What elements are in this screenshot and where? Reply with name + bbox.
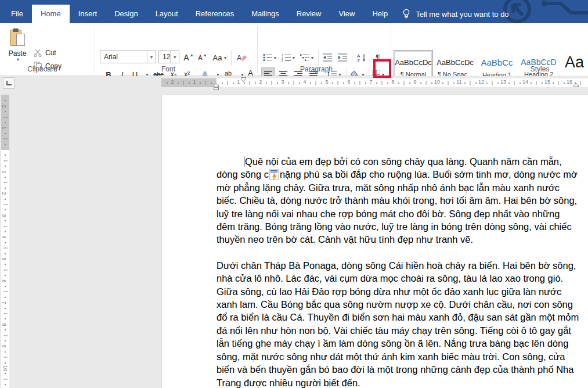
font-name-value: Arial (100, 53, 147, 61)
increase-indent-button[interactable] (336, 51, 349, 64)
font-size-value: 12 (159, 53, 170, 61)
sort-button[interactable]: A Z (354, 51, 369, 64)
horizontal-ruler[interactable]: 2112345678910111213141516 (161, 76, 588, 90)
document-text[interactable]: Quê nội của em đẹp bởi có con sông chảy … (217, 155, 580, 388)
lightning-bolt-icon (272, 173, 277, 179)
title-bar: File Home Insert Design Layout Reference… (0, 0, 588, 23)
font-size-dropdown-arrow[interactable]: ▼ (170, 51, 179, 63)
svg-text:A: A (237, 54, 241, 62)
left-tab-icon (6, 81, 12, 85)
numbering-icon: 123 (282, 53, 291, 62)
lightbulb-icon (402, 9, 410, 19)
tab-stop-selector[interactable] (3, 77, 15, 89)
tab-layout[interactable]: Layout (147, 5, 187, 23)
tab-file[interactable]: File (2, 5, 32, 23)
multilevel-list-button[interactable]: ▼ (298, 51, 316, 64)
style-preview: AaBbCcDc (437, 58, 474, 67)
font-name-combobox[interactable]: Arial ▼ (100, 51, 156, 63)
tab-home[interactable]: Home (32, 5, 70, 23)
tell-me-label: Tell me what you want to do (416, 10, 508, 19)
paste-button[interactable]: Paste ▼ (5, 26, 30, 69)
font-group-label: Font (139, 65, 197, 73)
tab-references[interactable]: References (187, 5, 243, 23)
autocorrect-options-button[interactable] (269, 169, 279, 180)
highlight-glyph: ab (225, 70, 232, 77)
clipboard-group-label: Clipboard (16, 65, 68, 73)
tab-view[interactable]: View (330, 5, 363, 23)
scissors-icon (34, 49, 42, 57)
ribbon-tabs: File Home Insert Design Layout Reference… (2, 0, 515, 23)
cut-label: Cut (45, 49, 56, 57)
shrink-font-glyph: A (198, 54, 202, 61)
paragraph-group-label: Paragraph (287, 65, 345, 73)
paragraph-1-text-b: nặng phù sa bồi đắp cho ruộng lúa. Buổi … (217, 169, 578, 245)
grow-font-button[interactable]: A ▲ (182, 51, 195, 64)
styles-group-label: Styles (511, 65, 569, 73)
style-preview: AaBbCcDc (395, 58, 432, 67)
text-cursor (244, 156, 244, 167)
multilevel-list-icon (300, 53, 309, 62)
font-name-dropdown-arrow[interactable]: ▼ (147, 51, 156, 63)
numbering-button[interactable]: 123 ▼ (280, 51, 297, 64)
tab-design[interactable]: Design (106, 5, 146, 23)
paragraph-2[interactable]: Dưới chân Tháp Bà Ponaga, dòng sông Cái … (217, 259, 580, 388)
style-preview: AaBbCc (481, 58, 513, 67)
tell-me-box[interactable]: Tell me what you want to do (396, 5, 514, 23)
paragraph-2-text: Dưới chân Tháp Bà Ponaga, dòng sông Cái … (217, 260, 579, 388)
document-page[interactable]: Quê nội của em đẹp bởi có con sông chảy … (161, 95, 588, 388)
tab-mailings[interactable]: Mailings (243, 5, 288, 23)
svg-text:3: 3 (282, 59, 283, 62)
tab-insert[interactable]: Insert (70, 5, 106, 23)
tab-review[interactable]: Review (288, 5, 330, 23)
vertical-ruler[interactable]: 2112345678910 (1, 90, 9, 388)
word-window: File Home Insert Design Layout Reference… (0, 0, 588, 388)
change-case-glyph: Aa (213, 53, 222, 62)
bullets-icon (263, 53, 272, 62)
cut-button[interactable]: Cut (34, 49, 56, 57)
sort-z-glyph: Z (357, 58, 360, 62)
sort-icon: A Z (357, 53, 366, 62)
bullets-button[interactable]: ▼ (261, 51, 279, 64)
autocorrect-bar (270, 170, 277, 173)
clear-formatting-button[interactable]: A (235, 51, 250, 64)
change-case-button[interactable]: Aa▼ (211, 51, 229, 64)
ribbon: Paste ▼ Cut Copy Format Pain (0, 23, 588, 76)
increase-indent-icon (338, 53, 347, 62)
document-area: 2112345678910 Quê nội của em đẹp bởi có … (0, 90, 588, 388)
annotation-highlight-box (373, 59, 391, 78)
tab-help[interactable]: Help (363, 5, 396, 23)
decrease-indent-icon (323, 53, 332, 62)
paste-clipboard-icon (10, 28, 25, 47)
grow-font-glyph: A (183, 53, 189, 62)
paragraph-1[interactable]: Quê nội của em đẹp bởi có con sông chảy … (217, 155, 580, 246)
paste-dropdown-arrow[interactable]: ▼ (16, 58, 20, 62)
decrease-indent-button[interactable] (320, 51, 334, 64)
eraser-icon: A (237, 53, 247, 62)
shrink-font-button[interactable]: A ▼ (196, 51, 209, 64)
paste-label: Paste (9, 49, 27, 58)
ruler-row: 2112345678910111213141516 (0, 76, 588, 90)
font-size-combobox[interactable]: 12 ▼ (158, 51, 179, 63)
